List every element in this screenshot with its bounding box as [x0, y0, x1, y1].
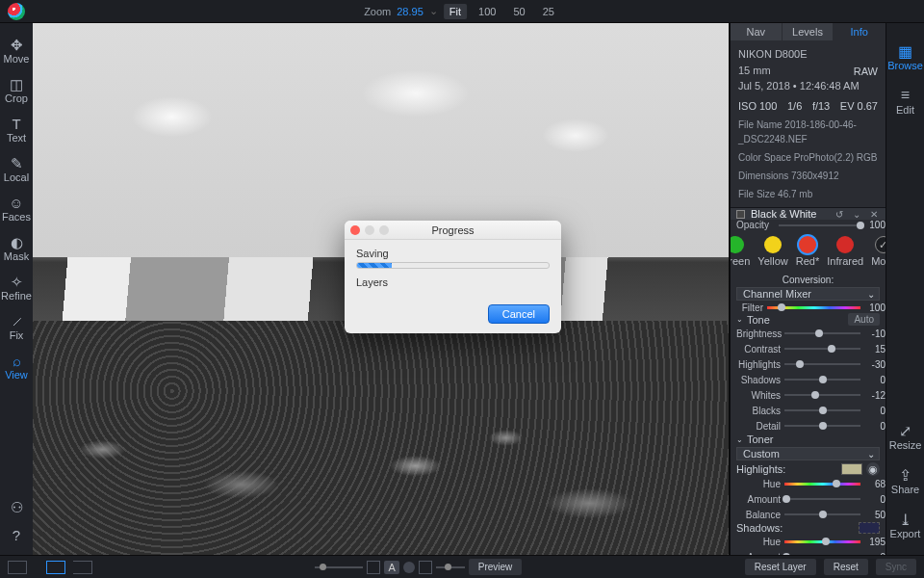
preset-green[interactable]: Green: [730, 236, 750, 267]
slider-label: Highlights: [736, 359, 781, 370]
slider-contrast[interactable]: Contrast15: [731, 341, 886, 356]
slider-track[interactable]: [784, 425, 860, 427]
mode-edit[interactable]: ≡Edit: [896, 87, 914, 116]
slider-track[interactable]: [784, 332, 860, 334]
filter-header[interactable]: Black & White ↺ ⌄ ✕: [731, 207, 886, 220]
slider-detail[interactable]: Detail0: [731, 418, 886, 434]
slider-hue[interactable]: Hue68: [731, 476, 886, 491]
slider-track[interactable]: [784, 513, 860, 515]
slider-hue[interactable]: Hue195: [731, 534, 886, 549]
tone-section-header[interactable]: ⌄ Tone Auto: [731, 313, 886, 326]
opacity-label: Opacity: [736, 220, 775, 230]
tool-fix[interactable]: ⟋Fix: [2, 313, 31, 341]
slider-label: Hue: [736, 537, 781, 547]
slider-brightness[interactable]: Brightness-10: [731, 326, 886, 341]
tool-view[interactable]: ⌕View: [2, 353, 31, 381]
highlights-swatch[interactable]: [841, 463, 862, 475]
slider-track[interactable]: [784, 379, 860, 381]
preset-more[interactable]: ✓More: [871, 236, 886, 267]
faces-icon: ☺: [9, 195, 23, 211]
sync-button[interactable]: Sync: [876, 559, 916, 575]
reset-icon[interactable]: ↺: [834, 209, 845, 220]
toner-section-header[interactable]: ⌄ Toner: [731, 434, 886, 445]
tool-faces[interactable]: ☺Faces: [2, 195, 31, 223]
opacity-slider[interactable]: Opacity 100: [731, 220, 886, 230]
close-icon[interactable]: ✕: [868, 209, 880, 220]
view-mode-compare-b[interactable]: [73, 561, 92, 574]
tool-refine[interactable]: ✧Refine: [2, 274, 31, 302]
zoom-50-button[interactable]: 50: [507, 4, 530, 19]
toner-preset-dropdown[interactable]: Custom⌄: [736, 447, 880, 460]
tool-move[interactable]: ✥Move: [2, 37, 31, 65]
bottom-slider[interactable]: [315, 566, 363, 568]
slider-blacks[interactable]: Blacks0: [731, 403, 886, 418]
dialog-titlebar[interactable]: Progress: [345, 221, 561, 240]
preview-button[interactable]: Preview: [469, 559, 523, 575]
slider-balance[interactable]: Balance50: [731, 507, 886, 522]
tab-nav[interactable]: Nav: [731, 23, 783, 40]
zoom-value[interactable]: 28.95: [397, 6, 424, 17]
slider-track[interactable]: [784, 394, 860, 396]
layer-toggle-b[interactable]: [419, 561, 432, 574]
user-icon: ⚇: [11, 499, 23, 515]
capture-date: Jul 5, 2018 • 12:46:48 AM: [738, 78, 878, 94]
slider-track[interactable]: [784, 409, 860, 411]
app-logo-icon: [8, 3, 25, 20]
right-mode-strip: ▦Browse ≡Edit ⤢Resize ⇪Share ⤓Export: [886, 23, 924, 555]
slider-track[interactable]: [784, 483, 860, 486]
slider-track[interactable]: [784, 540, 860, 543]
zoom-100-button[interactable]: 100: [473, 4, 501, 19]
tab-levels[interactable]: Levels: [783, 23, 834, 40]
circle-icon[interactable]: [403, 562, 415, 573]
conversion-mode-dropdown[interactable]: Channel Mixer⌄: [736, 287, 880, 301]
filter-slider[interactable]: Filter 100: [731, 302, 886, 313]
zoom-25-button[interactable]: 25: [537, 4, 560, 19]
layer-toggle-a[interactable]: [367, 561, 380, 574]
chevron-down-icon[interactable]: ⌄: [851, 209, 862, 220]
chevron-down-icon[interactable]: ⌄: [429, 5, 438, 17]
slider-shadows[interactable]: Shadows0: [731, 372, 886, 387]
progress-bar: [356, 262, 550, 269]
bottom-slider-2[interactable]: [436, 566, 465, 568]
view-mode-single[interactable]: [8, 561, 27, 574]
view-mode-compare-a[interactable]: [46, 561, 65, 574]
slider-track[interactable]: [784, 498, 860, 500]
tool-user[interactable]: ⚇: [2, 499, 31, 515]
cancel-button[interactable]: Cancel: [488, 304, 550, 324]
reset-layer-button[interactable]: Reset Layer: [745, 559, 816, 575]
slider-value: 195: [864, 537, 886, 547]
preset-red[interactable]: Red*: [796, 236, 819, 267]
eye-icon[interactable]: ◉: [866, 462, 880, 476]
filter-enabled-checkbox[interactable]: [736, 210, 745, 219]
slider-track[interactable]: [784, 363, 860, 365]
tool-mask[interactable]: ◐Mask: [2, 234, 31, 262]
slider-label: Hue: [736, 479, 781, 489]
action-export[interactable]: ⤓Export: [890, 511, 921, 539]
zoom-fit-button[interactable]: Fit: [444, 4, 467, 19]
tool-text[interactable]: TText: [2, 116, 31, 144]
preset-infrared[interactable]: Infrared: [827, 236, 863, 267]
preset-yellow[interactable]: Yellow: [757, 236, 787, 267]
search-icon: ⌕: [13, 353, 21, 369]
mode-browse[interactable]: ▦Browse: [887, 42, 923, 71]
auto-button[interactable]: Auto: [848, 313, 880, 326]
dropdown-value: Channel Mixer: [743, 288, 811, 300]
tool-crop[interactable]: ◫Crop: [2, 76, 31, 104]
slider-track[interactable]: [779, 224, 860, 226]
shadows-swatch[interactable]: [859, 522, 880, 534]
slider-amount[interactable]: Amount0: [731, 491, 886, 507]
slider-highlights[interactable]: Highlights-30: [731, 356, 886, 372]
slider-track[interactable]: [784, 348, 860, 350]
action-share[interactable]: ⇪Share: [891, 466, 919, 495]
reset-button[interactable]: Reset: [824, 559, 868, 575]
tool-help[interactable]: ?: [2, 527, 31, 543]
tool-label: Crop: [5, 92, 28, 104]
slider-value: 68: [864, 479, 886, 489]
tool-local[interactable]: ✎Local: [2, 155, 31, 183]
badge-a[interactable]: A: [384, 561, 398, 574]
slider-value: -12: [864, 390, 886, 401]
tab-info[interactable]: Info: [834, 23, 886, 40]
slider-whites[interactable]: Whites-12: [731, 387, 886, 403]
slider-track[interactable]: [767, 306, 860, 309]
action-resize[interactable]: ⤢Resize: [889, 422, 922, 451]
